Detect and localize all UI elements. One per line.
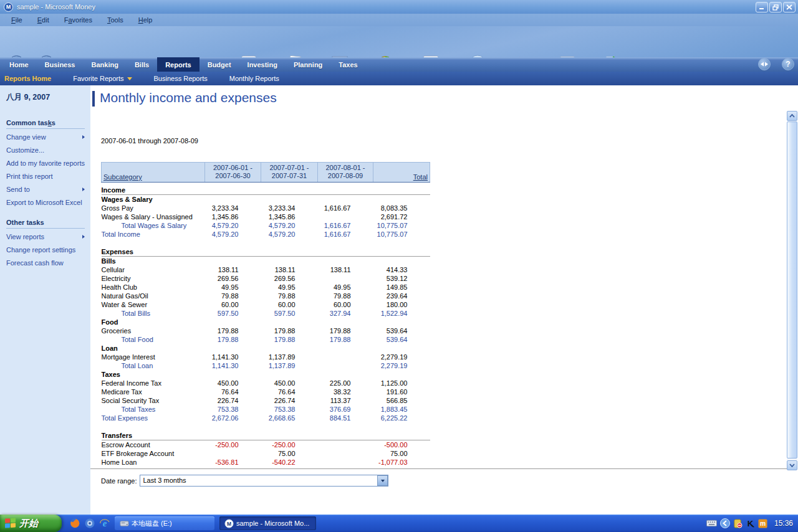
row-label: ETF Brokerage Account <box>102 449 205 458</box>
taskbar-clock: 15:36 <box>774 519 793 528</box>
subnav-monthly-reports[interactable]: Monthly Reports <box>229 75 290 82</box>
vertical-scrollbar[interactable] <box>787 111 797 470</box>
task-button-label: 本地磁盘 (E:) <box>132 519 172 528</box>
tab-bills[interactable]: Bills <box>127 57 157 72</box>
disk-icon <box>120 519 129 528</box>
svg-text:M: M <box>227 520 231 526</box>
sidebar: 八月 9, 2007 Common tasksChange viewCustom… <box>0 85 90 515</box>
sidebar-item-add-to-my-favorite-reports[interactable]: Add to my favorite reports <box>6 157 85 170</box>
tab-banking[interactable]: Banking <box>83 57 126 72</box>
cell-value: 138.11 <box>318 265 373 274</box>
category-label: Food <box>102 318 430 326</box>
row-label: Social Security Tax <box>102 396 205 405</box>
minimize-button[interactable] <box>756 2 768 12</box>
category-label: Taxes <box>102 370 430 379</box>
cell-value: 1,141.30 <box>205 361 261 370</box>
date-range-combobox[interactable]: Last 3 months <box>140 475 388 487</box>
question-mark-icon: ? <box>786 60 790 69</box>
money-app-icon: M <box>4 2 13 12</box>
cell-value: 179.88 <box>261 335 318 344</box>
subnav-reports-home[interactable]: Reports Home <box>4 75 62 82</box>
sidebar-item-change-view[interactable]: Change view <box>6 131 85 144</box>
main-tab-bar: HomeBusinessBankingBillsReportsBudgetInv… <box>0 57 798 72</box>
cell-value: 3,233.34 <box>205 204 261 212</box>
section-label: Expenses <box>102 244 430 257</box>
sidebar-item-export-to-microsoft-excel[interactable]: Export to Microsoft Excel <box>6 196 85 209</box>
restore-button[interactable] <box>769 2 782 12</box>
mail-icon[interactable] <box>84 518 95 529</box>
tab-taxes[interactable]: Taxes <box>330 57 365 72</box>
tab-budget[interactable]: Budget <box>200 57 239 72</box>
date-range-value: Last 3 months <box>140 475 377 486</box>
date-range-dropdown-button[interactable] <box>377 475 388 486</box>
chevron-down-icon <box>789 463 795 467</box>
task-button-本地磁盘-e[interactable]: 本地磁盘 (E:) <box>115 516 214 530</box>
column-header-period-2[interactable]: 2007-07-01 -2007-07-31 <box>261 163 318 183</box>
table-row: Food <box>102 318 430 326</box>
chevron-down-icon <box>381 480 385 482</box>
sidebar-item-forecast-cash-flow[interactable]: Forecast cash flow <box>6 257 85 270</box>
row-label: Federal Income Tax <box>102 379 205 387</box>
sidebar-item-change-report-settings[interactable]: Change report settings <box>6 244 85 257</box>
cell-value: 79.88 <box>261 292 318 300</box>
cell-value: 225.00 <box>318 379 373 387</box>
table-row: Transfers <box>102 428 430 440</box>
scroll-down-button[interactable] <box>787 460 797 470</box>
cell-value: 79.88 <box>205 292 261 300</box>
cell-value: 179.88 <box>318 335 373 344</box>
keyboard-icon[interactable] <box>706 520 717 527</box>
tab-business[interactable]: Business <box>37 57 84 72</box>
table-row: Loan <box>102 344 430 353</box>
task-button-sample-microsoft-mo[interactable]: Msample - Microsoft Mo... <box>219 516 316 530</box>
menu-favorites[interactable]: Favorites <box>58 15 99 25</box>
collapse-bar-button[interactable] <box>758 58 771 70</box>
cell-value: 4,579.20 <box>205 230 261 239</box>
table-row: Total Income4,579.204,579.201,616.6710,7… <box>102 230 430 239</box>
menu-edit[interactable]: Edit <box>31 15 55 25</box>
close-button[interactable] <box>783 2 796 12</box>
scrollbar-thumb[interactable] <box>787 121 797 458</box>
kaspersky-icon[interactable]: K <box>746 519 755 528</box>
security-icon[interactable] <box>733 519 743 528</box>
cell-value: 3,233.34 <box>261 204 318 212</box>
tab-planning[interactable]: Planning <box>286 57 330 72</box>
tab-home[interactable]: Home <box>1 57 37 72</box>
category-label: Loan <box>102 344 430 353</box>
cell-value <box>318 458 373 467</box>
menu-tools[interactable]: Tools <box>101 15 130 25</box>
cell-value: 60.00 <box>318 300 373 309</box>
firefox-icon[interactable] <box>69 518 80 529</box>
tab-reports[interactable]: Reports <box>157 57 200 72</box>
messenger-icon[interactable]: m <box>758 519 767 528</box>
cell-value: 49.95 <box>205 283 261 292</box>
subnav-business-reports[interactable]: Business Reports <box>154 75 218 82</box>
subnav-favorite-reports[interactable]: Favorite Reports <box>73 75 142 82</box>
help-button[interactable]: ? <box>782 58 794 70</box>
tab-investing[interactable]: Investing <box>239 57 286 72</box>
language-icon[interactable] <box>720 518 730 528</box>
cell-value: 180.00 <box>373 300 430 309</box>
svg-text:m: m <box>760 520 766 527</box>
row-label: Wages & Salary - Unassigned <box>102 212 205 221</box>
ie-icon[interactable]: e <box>99 518 110 529</box>
row-label: Total Taxes <box>102 405 205 414</box>
table-row: Natural Gas/Oil79.8879.8879.88239.64 <box>102 292 430 300</box>
start-button[interactable]: 开始 <box>0 515 62 532</box>
menu-help[interactable]: Help <box>132 15 159 25</box>
menu-file[interactable]: File <box>5 15 29 25</box>
column-header-total[interactable]: Total <box>373 163 430 183</box>
sidebar-item-print-this-report[interactable]: Print this report <box>6 170 85 183</box>
task-button-label: sample - Microsoft Mo... <box>236 520 309 527</box>
scroll-up-button[interactable] <box>787 111 797 121</box>
row-label: Health Club <box>102 283 205 292</box>
column-header-period-1[interactable]: 2007-06-01 -2007-06-30 <box>205 163 261 183</box>
cell-value: 191.60 <box>373 387 430 396</box>
row-label: Cellular <box>102 265 205 274</box>
sidebar-item-view-reports[interactable]: View reports <box>6 230 85 244</box>
column-header-subcategory[interactable]: Subcategory <box>102 163 205 183</box>
column-header-period-3[interactable]: 2007-08-01 -2007-08-09 <box>318 163 373 183</box>
sidebar-item-customize[interactable]: Customize... <box>6 144 85 157</box>
table-row: Taxes <box>102 370 430 379</box>
sidebar-item-send-to[interactable]: Send to <box>6 183 85 196</box>
cell-value <box>205 449 261 458</box>
